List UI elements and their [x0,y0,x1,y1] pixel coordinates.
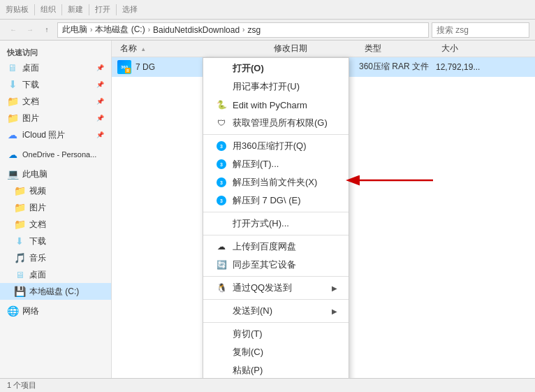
cm-open360-label: 用360压缩打开(Q) [233,140,306,152]
sidebar-item-icloud[interactable]: ☁ iCloud 照片 📌 [0,126,111,143]
cm-item-open-with[interactable]: 打开方式(H)... [203,215,349,233]
search-input[interactable] [432,22,529,38]
cm-extract-to-label: 解压到(T)... [233,158,279,170]
sidebar-item-downloads2[interactable]: ⬇ 下载 [0,233,111,249]
toolbar-select-label: 选择 [122,4,138,15]
toolbar-organize-label: 组织 [41,4,56,15]
sidebar-item-desktop2[interactable]: 🖥 桌面 [0,266,111,283]
music-icon: 🎵 [14,252,25,263]
sidebar-label-pictures2: 图片 [29,202,46,214]
sidebar-item-pictures[interactable]: 📁 图片 📌 [0,110,111,126]
cm-cut-label: 剪切(T) [233,328,263,340]
cm-item-extract-folder[interactable]: 3 解压到 7 DG\ (E) [203,191,349,210]
cm-360-1-icon: 3 [214,140,228,152]
sidebar-label-thispc: 此电脑 [22,168,47,180]
cm-item-open-notepad[interactable]: 用记事本打开(U) [203,78,349,96]
toolbar-open-label: 打开 [95,4,110,15]
forward-button[interactable]: → [22,22,38,38]
cm-item-copy[interactable]: 复制(C) [203,343,349,361]
pin-icon-documents: 📌 [96,98,104,105]
documents2-icon: 📁 [14,219,25,230]
cm-open-label: 打开(O) [233,62,264,75]
cm-item-open360[interactable]: 3 用360压缩打开(Q) [203,137,349,155]
cm-item-cut[interactable]: 剪切(T) [203,325,349,343]
sidebar-item-network[interactable]: 🌐 网络 [0,303,111,319]
cm-item-admin[interactable]: 🛡 获取管理员所有权限(G) [203,114,349,132]
sidebar-label-documents: 文档 [22,96,39,108]
cm-item-pycharm[interactable]: 🐍 Edit with PyCharm [203,96,349,114]
cm-sendto-arrow: ▶ [332,307,337,315]
toolbar-sep-3 [89,4,89,15]
cm-item-upload-baidu[interactable]: ☁ 上传到百度网盘 [203,238,349,256]
cm-360-4-icon: 3 [214,195,228,206]
sidebar-label-desktop: 桌面 [22,62,39,74]
sidebar-item-videos[interactable]: 📁 视频 [0,182,111,199]
desktop-icon: 🖥 [7,62,18,73]
sidebar-label-icloud: iCloud 照片 [22,129,65,141]
sidebar-label-videos: 视频 [29,185,46,197]
cm-open-icon [214,63,228,74]
sidebar-item-documents[interactable]: 📁 文档 📌 [0,93,111,110]
pin-icon-pictures: 📌 [96,115,104,122]
cm-item-paste[interactable]: 粘贴(P) [203,361,349,378]
pin-icon-desktop: 📌 [96,64,104,71]
col-header-type[interactable]: 类型 [362,43,439,55]
downloads2-icon: ⬇ [14,235,25,247]
icloud-icon: ☁ [7,129,18,140]
toolbar: 剪贴板 组织 新建 打开 选择 [0,0,535,20]
cm-copy-icon [214,347,228,358]
cm-sep-2 [203,212,349,212]
sidebar-item-music[interactable]: 🎵 音乐 [0,249,111,266]
cm-sendto-label: 发送到(N) [233,305,272,317]
col-header-size[interactable]: 大小 [439,43,508,55]
cm-extract-folder-label: 解压到 7 DG\ (E) [233,194,301,207]
statusbar-text: 1 个项目 [7,380,36,391]
context-menu: 打开(O) 用记事本打开(U) 🐍 Edit with PyCharm 🛡 获取… [203,57,349,378]
sidebar: 快速访问 🖥 桌面 📌 ⬇ 下载 📌 📁 文档 📌 📁 图片 📌 ☁ iClou… [0,41,112,378]
cm-item-sendto[interactable]: 发送到(N) ▶ [203,302,349,320]
sidebar-item-desktop[interactable]: 🖥 桌面 📌 [0,59,111,76]
sidebar-label-onedrive: OneDrive - Persona... [22,150,96,159]
pictures2-icon: 📁 [14,202,25,213]
statusbar: 1 个项目 [0,378,535,392]
col-header-date[interactable]: 修改日期 [271,43,362,55]
cm-360-2-icon: 3 [214,159,228,170]
cm-pycharm-icon: 🐍 [214,99,228,110]
cm-sep-5 [203,299,349,300]
localdisk-icon: 💾 [14,286,25,297]
path-arrow-1: › [90,26,92,34]
cm-notepad-icon [214,81,228,92]
cm-item-open[interactable]: 打开(O) [203,59,349,78]
cm-sep-3 [203,235,349,235]
sidebar-label-music: 音乐 [29,252,46,264]
cm-extract-here-label: 解压到当前文件夹(X) [233,176,317,189]
sidebar-item-localdisk[interactable]: 💾 本地磁盘 (C:) [0,283,111,300]
up-button[interactable]: ↑ [39,22,54,38]
cm-openwith-label: 打开方式(H)... [233,217,289,230]
cm-item-sync[interactable]: 🔄 同步至其它设备 [203,256,349,274]
file-type-7dg: 360压缩 RAR 文件 [359,61,436,73]
path-arrow-3: › [242,26,244,34]
pictures-icon: 📁 [7,112,18,124]
toolbar-clipboard-label: 剪贴板 [6,4,29,15]
path-zsg: zsg [247,25,261,35]
pin-icon-downloads: 📌 [96,81,104,88]
sidebar-item-thispc[interactable]: 💻 此电脑 [0,166,111,182]
cm-item-qq[interactable]: 🐧 通过QQ发送到 ▶ [203,279,349,297]
path-baidu: BaiduNetdiskDownload [153,25,240,35]
cm-item-extract-here[interactable]: 3 解压到当前文件夹(X) [203,173,349,191]
toolbar-sep-4 [116,4,117,15]
address-path[interactable]: 此电脑 › 本地磁盘 (C:) › BaiduNetdiskDownload ›… [57,22,429,38]
sidebar-item-documents2[interactable]: 📁 文档 [0,216,111,233]
back-button[interactable]: ← [6,22,21,38]
col-header-name[interactable]: 名称 ▲ [117,43,271,55]
sidebar-item-pictures2[interactable]: 📁 图片 [0,199,111,216]
sidebar-item-onedrive[interactable]: ☁ OneDrive - Persona... [0,146,111,163]
cm-item-extract-to[interactable]: 3 解压到(T)... [203,155,349,173]
cm-sync-icon: 🔄 [214,259,228,270]
toolbar-sep-1 [34,4,35,15]
documents-icon: 📁 [7,96,18,107]
pin-icon-icloud: 📌 [96,131,104,138]
sidebar-item-downloads[interactable]: ⬇ 下载 📌 [0,76,111,93]
cm-copy-label: 复制(C) [233,346,263,358]
